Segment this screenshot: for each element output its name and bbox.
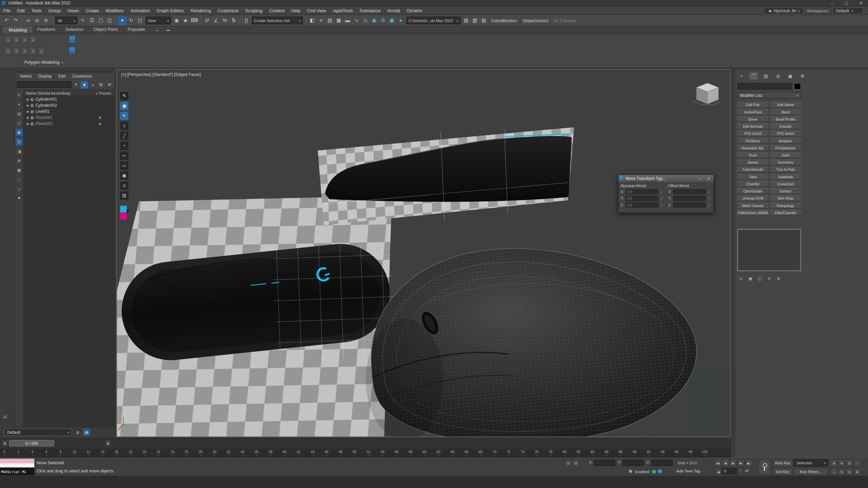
select-by-name-icon[interactable]: ☰ xyxy=(87,16,96,25)
menu-item[interactable]: Graph Editors xyxy=(153,8,187,13)
macro-recorder-row[interactable] xyxy=(0,459,34,463)
explorer-preset-dropdown[interactable]: Default xyxy=(4,428,72,436)
absolute-x-field[interactable]: 0.0 xyxy=(626,189,658,194)
frozen-column-header[interactable]: Frozen xyxy=(99,91,112,95)
explorer-refresh-icon[interactable]: ↻ xyxy=(16,91,23,98)
menu-item[interactable]: Ornatrix xyxy=(403,8,426,13)
use-pivot-point-icon[interactable]: ◉ xyxy=(172,16,181,25)
modifier-button[interactable]: Surface xyxy=(770,188,801,194)
ribbon-tool-icon[interactable]: ▪ xyxy=(29,47,37,55)
rectangular-selection-icon[interactable]: ▢ xyxy=(96,16,105,25)
motion-tab-icon[interactable]: ◎ xyxy=(774,73,782,80)
curve-editor-icon[interactable]: ∿ xyxy=(352,16,361,25)
menu-item[interactable]: Edit xyxy=(14,8,28,13)
ribbon-tab[interactable]: Selection xyxy=(60,26,88,33)
add-time-tag[interactable]: Add Time Tag xyxy=(676,469,700,473)
next-frame-arrow-icon[interactable]: ▶ xyxy=(105,440,111,447)
footer-menu-icon[interactable]: ≣ xyxy=(74,429,81,436)
maximize-button[interactable]: ▢ xyxy=(839,0,853,6)
extend-borders-button[interactable]: ExtendBorders xyxy=(489,17,519,24)
lock-icon[interactable]: ¤ xyxy=(89,81,96,88)
visibility-dot-icon[interactable] xyxy=(26,110,29,113)
modifier-button[interactable]: Subdivide xyxy=(770,174,801,180)
explorer-menu-item[interactable]: Select xyxy=(17,74,34,79)
rendered-frame-icon[interactable]: ▣ xyxy=(388,16,396,25)
explorer-flag-icon[interactable]: ⚑ xyxy=(16,195,23,202)
object-name-field[interactable] xyxy=(737,83,792,90)
maxscript-mini-listener[interactable]: MAXScript Mi xyxy=(0,459,34,475)
menu-item[interactable]: Animation xyxy=(127,8,153,13)
explorer-frame-icon[interactable]: □ xyxy=(16,176,23,183)
visibility-dot-icon[interactable] xyxy=(26,117,29,119)
percent-snap-icon[interactable]: % xyxy=(220,16,229,25)
macro-icon-3[interactable]: ▤ xyxy=(479,16,488,25)
dialog-titlebar[interactable]: Move Transform Typ... — ✕ xyxy=(618,175,714,182)
macro-icon-2[interactable]: ▥ xyxy=(471,16,479,25)
close-button[interactable]: ✕ xyxy=(854,0,868,6)
zoom-all-icon[interactable]: ⊛ xyxy=(838,459,845,466)
x-coordinate-field[interactable] xyxy=(594,460,615,466)
object-row[interactable]: Line001 xyxy=(24,108,115,115)
go-to-end-icon[interactable]: ▶| xyxy=(745,459,752,466)
menu-item[interactable]: Arnold xyxy=(384,8,403,13)
ribbon-tab[interactable]: Freeform xyxy=(32,26,60,33)
degradation-icon[interactable]: ▣ xyxy=(628,469,633,474)
menu-item[interactable]: Rendering xyxy=(187,8,214,13)
visibility-dot-icon[interactable] xyxy=(26,123,29,125)
spinner-icon[interactable] xyxy=(707,196,711,201)
object-row[interactable]: Cylinder002 xyxy=(24,102,115,108)
menu-item[interactable]: File xyxy=(0,8,14,13)
modifier-button[interactable]: FFD 4x4x4 xyxy=(770,130,801,137)
toggle-scene-explorer-icon[interactable]: ▤ xyxy=(326,16,334,25)
ribbon-tool-icon[interactable]: ▪ xyxy=(4,36,12,44)
key-filters-button[interactable]: Key Filters... xyxy=(794,468,828,475)
ribbon-tab[interactable]: Object Paint xyxy=(88,26,123,33)
explorer-settings-icon[interactable]: ≣ xyxy=(16,129,23,136)
screen-icon[interactable]: ▣ xyxy=(120,171,128,180)
select-and-move-icon[interactable]: + xyxy=(118,16,127,25)
zoom-extents-icon[interactable]: ⊡ xyxy=(846,459,853,466)
display-panel-icon[interactable]: ▤ xyxy=(16,110,23,117)
absolute-z-field[interactable]: 0.0 xyxy=(626,203,658,208)
mirror-icon[interactable]: ◧ xyxy=(308,16,317,25)
key-mode-dropdown[interactable]: Selected xyxy=(794,459,828,466)
modifier-button[interactable]: OpenSubdiv xyxy=(737,188,768,194)
object-row[interactable]: Plane001 ❄ xyxy=(24,115,115,121)
modifier-button[interactable]: Bevel xyxy=(737,116,768,122)
ribbon-tool-icon[interactable]: ▪ xyxy=(29,36,37,44)
snap-toggle-3d-icon[interactable]: 3³ xyxy=(203,16,212,25)
shape-connect-button[interactable]: ShapeConnect xyxy=(520,17,551,24)
selection-lock-icon[interactable]: ⊘ xyxy=(572,459,579,466)
zoom-icon[interactable]: ⊕ xyxy=(830,459,837,466)
offset-z-field[interactable] xyxy=(673,203,706,208)
explorer-box-icon[interactable]: ▣ xyxy=(16,166,23,174)
modify-tab-icon[interactable]: ⌒ xyxy=(750,73,758,80)
offset-y-field[interactable] xyxy=(673,196,706,201)
modify-mode-icon[interactable] xyxy=(68,46,76,55)
explorer-columns-icon[interactable]: ◫ xyxy=(16,120,23,127)
user-account-button[interactable]: ☻ Hyunsuk Jin xyxy=(764,7,804,14)
ribbon-tool-icon[interactable]: ▪ xyxy=(13,36,20,44)
menu-item[interactable]: Scripting xyxy=(242,8,265,13)
filter-icon[interactable]: ▼ xyxy=(81,81,88,88)
modifier-button[interactable]: Edit Normals xyxy=(737,123,768,129)
undo-arrow-icon[interactable]: ↩ xyxy=(120,151,128,160)
menu-item[interactable]: Tools xyxy=(28,8,45,13)
ribbon-tool-icon[interactable]: ▪ xyxy=(13,47,20,55)
frame-spinner-icon[interactable] xyxy=(738,469,742,473)
tag-icon[interactable]: ◊ xyxy=(120,122,128,130)
explorer-search-input[interactable] xyxy=(17,81,72,88)
modifier-button[interactable]: Edit Spline xyxy=(770,102,801,108)
panel-flyout-arrow-icon[interactable]: ▸ xyxy=(2,414,8,420)
modifier-button[interactable]: Symmetry xyxy=(770,159,801,165)
display-tab-icon[interactable]: ▣ xyxy=(786,73,794,80)
annotate-pen-icon[interactable]: ✎ xyxy=(120,92,128,100)
object-row[interactable]: Cylinder001 xyxy=(24,96,115,102)
spinner-icon[interactable] xyxy=(659,203,664,207)
window-crossing-icon[interactable]: ◫ xyxy=(105,16,114,25)
auto-key-button[interactable]: Auto Key xyxy=(773,459,793,466)
next-frame-icon[interactable]: ▶ xyxy=(737,459,745,466)
field-of-view-icon[interactable]: ◔ xyxy=(854,459,861,466)
dialog-minimize-icon[interactable]: — xyxy=(697,177,704,180)
material-editor-icon[interactable]: ◉ xyxy=(370,16,379,25)
